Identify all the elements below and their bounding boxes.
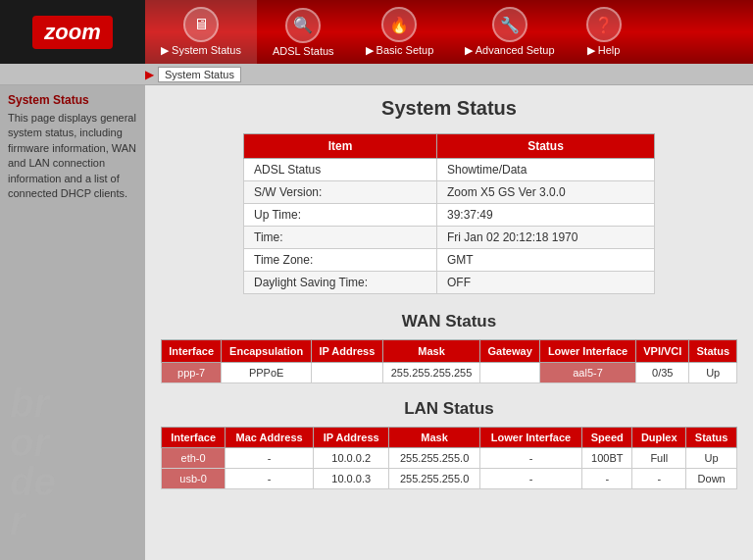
nav-help-label: ▶ Help bbox=[587, 44, 621, 57]
breadcrumb-bar: ▶ System Status bbox=[0, 64, 753, 85]
wan-cell: Up bbox=[689, 363, 737, 383]
lan-cell: 255.255.255.0 bbox=[389, 448, 479, 469]
table-cell: GMT bbox=[437, 249, 655, 272]
wan-col-header: Lower Interface bbox=[539, 340, 635, 363]
wan-col-header: Interface bbox=[162, 340, 222, 363]
nav-advanced-setup[interactable]: 🔧 ▶ Advanced Setup bbox=[449, 0, 570, 64]
wan-col-header: Mask bbox=[382, 340, 480, 363]
system-status-table: Item Status ADSL StatusShowtime/DataS/W … bbox=[243, 133, 655, 294]
lan-cell: - bbox=[632, 469, 686, 489]
table-row: Time:Fri Jan 02 20:12:18 1970 bbox=[244, 227, 655, 249]
table-row: eth-0-10.0.0.2255.255.255.0-100BTFullUp bbox=[162, 448, 737, 469]
system-status-icon: 🖥 bbox=[183, 7, 219, 42]
lan-status-table: InterfaceMac AddressIP AddressMaskLower … bbox=[161, 427, 737, 489]
lan-cell: - bbox=[226, 448, 314, 469]
lan-cell: 255.255.255.0 bbox=[389, 469, 479, 489]
lan-cell: Full bbox=[632, 448, 686, 469]
page-title: System Status bbox=[161, 97, 737, 120]
nav-adsl-status-label: ADSL Status bbox=[273, 45, 334, 57]
header: zoom 🖥 ▶ System Status 🔍 ADSL Status 🔥 ▶… bbox=[0, 0, 753, 64]
sidebar-title: System Status bbox=[8, 93, 137, 107]
lan-col-header: Speed bbox=[582, 428, 632, 448]
lan-cell: 10.0.0.2 bbox=[314, 448, 389, 469]
lan-cell: - bbox=[226, 469, 314, 489]
nav-adsl-status[interactable]: 🔍 ADSL Status bbox=[257, 0, 350, 64]
table-cell: S/W Version: bbox=[244, 181, 437, 204]
table-cell: Zoom X5 GS Ver 3.0.0 bbox=[437, 181, 655, 204]
advanced-setup-icon: 🔧 bbox=[492, 7, 527, 42]
lan-cell: Down bbox=[686, 469, 737, 489]
basic-setup-icon: 🔥 bbox=[381, 7, 417, 42]
wan-cell: ppp-7 bbox=[162, 363, 222, 383]
lan-col-header: Interface bbox=[162, 428, 226, 448]
wan-cell: 0/35 bbox=[636, 363, 689, 383]
table-cell: Time: bbox=[244, 227, 437, 249]
wan-cell: PPPoE bbox=[222, 363, 312, 383]
table-cell: Up Time: bbox=[244, 204, 437, 227]
lan-cell: - bbox=[479, 469, 581, 489]
nav-system-status-label: ▶ System Status bbox=[161, 44, 241, 57]
lan-col-header: Duplex bbox=[632, 428, 686, 448]
wan-col-header: Gateway bbox=[480, 340, 540, 363]
wan-col-header: Encapsulation bbox=[222, 340, 312, 363]
nav-advanced-setup-label: ▶ Advanced Setup bbox=[465, 44, 554, 57]
nav-basic-setup-label: ▶ Basic Setup bbox=[366, 44, 434, 57]
wan-cell bbox=[312, 363, 383, 383]
table-cell: ADSL Status bbox=[244, 159, 437, 181]
sidebar-description: This page displays general system status… bbox=[8, 111, 137, 201]
content-area: System Status Item Status ADSL StatusSho… bbox=[145, 85, 753, 560]
sidebar-watermark: brorder bbox=[10, 383, 56, 540]
adsl-status-icon: 🔍 bbox=[285, 8, 321, 43]
wan-cell: 255.255.255.255 bbox=[382, 363, 480, 383]
nav-system-status[interactable]: 🖥 ▶ System Status bbox=[145, 0, 257, 64]
lan-cell: - bbox=[582, 469, 632, 489]
lan-cell: 10.0.0.3 bbox=[314, 469, 389, 489]
table-cell: Time Zone: bbox=[244, 249, 437, 272]
table-row: ppp-7PPPoE255.255.255.255aal5-70/35Up bbox=[162, 363, 737, 383]
table-row: Up Time:39:37:49 bbox=[244, 204, 655, 227]
wan-col-header: VPI/VCI bbox=[636, 340, 689, 363]
wan-status-table: InterfaceEncapsulationIP AddressMaskGate… bbox=[161, 339, 737, 383]
lan-col-header: IP Address bbox=[314, 428, 389, 448]
col-status: Status bbox=[437, 134, 655, 159]
table-row: usb-0-10.0.0.3255.255.255.0---Down bbox=[162, 469, 737, 489]
wan-cell bbox=[480, 363, 540, 383]
table-row: S/W Version:Zoom X5 GS Ver 3.0.0 bbox=[244, 181, 655, 204]
lan-cell: usb-0 bbox=[162, 469, 226, 489]
table-cell: OFF bbox=[437, 272, 655, 294]
lan-cell: 100BT bbox=[582, 448, 632, 469]
main-container: System Status This page displays general… bbox=[0, 85, 753, 560]
wan-col-header: IP Address bbox=[312, 340, 383, 363]
lan-cell: eth-0 bbox=[162, 448, 226, 469]
breadcrumb-arrow-icon: ▶ bbox=[145, 68, 154, 81]
wan-section-title: WAN Status bbox=[161, 312, 737, 331]
breadcrumb: System Status bbox=[158, 67, 241, 82]
lan-section-title: LAN Status bbox=[161, 399, 737, 419]
table-cell: Fri Jan 02 20:12:18 1970 bbox=[437, 227, 655, 249]
wan-cell: aal5-7 bbox=[539, 363, 635, 383]
wan-col-header: Status bbox=[689, 340, 737, 363]
lan-cell: - bbox=[479, 448, 581, 469]
table-cell: 39:37:49 bbox=[437, 204, 655, 227]
table-cell: Daylight Saving Time: bbox=[244, 272, 437, 294]
lan-col-header: Status bbox=[686, 428, 737, 448]
col-item: Item bbox=[244, 134, 437, 159]
logo-area: zoom bbox=[0, 0, 145, 64]
nav-bar: 🖥 ▶ System Status 🔍 ADSL Status 🔥 ▶ Basi… bbox=[145, 0, 753, 64]
lan-col-header: Mask bbox=[389, 428, 479, 448]
sidebar: System Status This page displays general… bbox=[0, 85, 145, 560]
table-row: ADSL StatusShowtime/Data bbox=[244, 159, 655, 181]
nav-help[interactable]: ❓ ▶ Help bbox=[571, 0, 637, 64]
logo: zoom bbox=[32, 16, 112, 49]
lan-cell: Up bbox=[686, 448, 737, 469]
table-row: Daylight Saving Time:OFF bbox=[244, 272, 655, 294]
nav-basic-setup[interactable]: 🔥 ▶ Basic Setup bbox=[350, 0, 450, 64]
table-cell: Showtime/Data bbox=[437, 159, 655, 181]
lan-col-header: Mac Address bbox=[226, 428, 314, 448]
help-icon: ❓ bbox=[586, 7, 622, 42]
lan-col-header: Lower Interface bbox=[479, 428, 581, 448]
table-row: Time Zone:GMT bbox=[244, 249, 655, 272]
